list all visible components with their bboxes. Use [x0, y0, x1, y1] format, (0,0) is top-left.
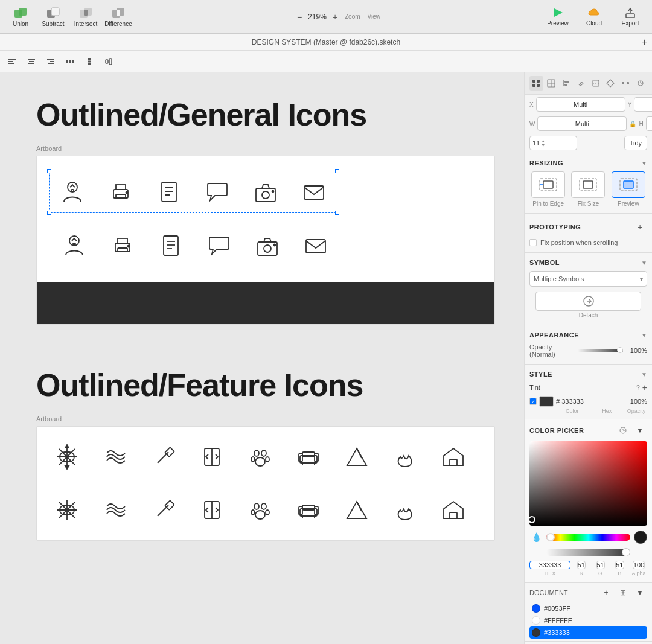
align-left-button[interactable] [4, 53, 21, 70]
g-input-color[interactable]: 51 [596, 561, 605, 569]
doc-colors-add-button[interactable]: + [599, 585, 613, 600]
icon-chat-2[interactable] [201, 228, 237, 264]
icon-mail-2[interactable] [298, 228, 334, 264]
tint-checkbox[interactable]: ✓ [529, 398, 537, 405]
distribute-h-button[interactable] [62, 53, 78, 70]
cloud-button[interactable]: Cloud [577, 3, 611, 31]
prototyping-add-button[interactable]: + [633, 220, 647, 234]
distribute-v-button[interactable] [81, 53, 98, 70]
resize-button[interactable] [100, 53, 117, 70]
hue-slider[interactable] [546, 534, 630, 541]
icon-wavy[interactable] [97, 439, 133, 475]
panel-tab-resize[interactable] [589, 76, 603, 91]
icon-chat[interactable] [199, 174, 235, 210]
icon-wavy-2[interactable] [97, 492, 133, 528]
color-picker-expand-button[interactable]: ▼ [633, 423, 647, 438]
icon-snowflake[interactable] [49, 439, 85, 475]
difference-button[interactable]: Difference [103, 3, 134, 31]
icon-flame[interactable] [387, 439, 423, 475]
icon-printer-2[interactable] [104, 228, 141, 264]
layer-count-up[interactable]: ▲ [541, 139, 545, 143]
icon-triangle-2[interactable] [339, 492, 375, 528]
icon-house[interactable] [435, 439, 471, 475]
artboard-2[interactable] [36, 426, 495, 541]
icon-camera[interactable] [248, 174, 284, 210]
preview-resize-card[interactable]: Preview [610, 171, 647, 207]
intersect-button[interactable]: Intersect [70, 3, 101, 31]
zoom-out-button[interactable]: − [295, 12, 304, 22]
icon-paws-2[interactable] [242, 492, 278, 528]
color-picker-opacity-slider[interactable] [546, 549, 630, 556]
icon-printer[interactable] [103, 174, 139, 210]
panel-tab-more1[interactable] [619, 76, 633, 91]
icon-sofa-2[interactable] [290, 492, 327, 528]
r-input-color[interactable]: 51 [577, 561, 586, 569]
fix-size-card[interactable]: Fix Size [569, 171, 607, 207]
doc-color-3[interactable]: #333333 [529, 626, 647, 639]
icon-hammer[interactable] [145, 439, 182, 475]
symbol-dropdown[interactable]: Multiple Symbols ▾ [529, 271, 647, 287]
add-artboard-button[interactable]: + [642, 37, 647, 48]
icon-sofa[interactable] [290, 439, 327, 475]
artboard-1[interactable] [36, 156, 495, 325]
hue-thumb[interactable] [546, 533, 555, 541]
zoom-in-button[interactable]: + [330, 12, 340, 22]
icon-paws[interactable] [242, 439, 278, 475]
panel-tab-component[interactable] [604, 76, 618, 91]
panel-tab-align[interactable] [559, 76, 573, 91]
lock-ratio-button[interactable]: 🔒 [629, 118, 636, 129]
color-gradient-thumb[interactable] [529, 516, 535, 523]
icon-document[interactable] [151, 174, 187, 210]
tint-add-button[interactable]: + [642, 383, 647, 392]
doc-colors-grid-button[interactable]: ⊞ [616, 585, 630, 600]
union-button[interactable]: Union [5, 3, 36, 31]
icon-panel[interactable] [194, 439, 230, 475]
symbol-header[interactable]: SYMBOL ▼ [525, 257, 652, 269]
prototyping-header[interactable]: PROTOTYPING + [525, 217, 652, 237]
eyedropper-button[interactable]: 💧 [529, 531, 543, 544]
align-right-button[interactable] [42, 53, 59, 70]
style-header[interactable]: STYLE ▼ [525, 368, 652, 380]
doc-color-2[interactable]: #FFFFFF [529, 614, 647, 626]
icon-triangle[interactable] [339, 439, 375, 475]
align-center-button[interactable] [23, 53, 40, 70]
icon-camera-2[interactable] [249, 228, 286, 264]
icon-officer-2[interactable] [56, 228, 92, 264]
icon-panel-2[interactable] [194, 492, 230, 528]
panel-tab-grid[interactable] [545, 76, 558, 91]
export-button[interactable]: Export [613, 3, 647, 31]
canvas[interactable]: Outlined/General Icons Artboard [0, 72, 524, 644]
appearance-header[interactable]: APPEARANCE ▼ [525, 329, 652, 341]
alpha-input[interactable]: 100 [633, 561, 645, 569]
icon-flame-2[interactable] [387, 492, 423, 528]
layer-count-field[interactable]: 11 ▲ ▼ [529, 136, 577, 150]
icon-mail[interactable] [296, 174, 332, 210]
panel-tab-link[interactable] [574, 76, 588, 91]
tidy-button[interactable]: Tidy [624, 136, 647, 150]
w-input[interactable] [537, 116, 627, 131]
color-gradient-canvas[interactable] [529, 441, 647, 526]
color-picker-history-button[interactable] [616, 423, 630, 438]
icon-house-2[interactable] [435, 492, 471, 528]
hex-input[interactable]: 333333 [529, 561, 570, 569]
detach-button[interactable] [535, 292, 642, 311]
fix-position-checkbox[interactable] [529, 239, 537, 246]
pin-to-edge-card[interactable]: Pin to Edge [529, 171, 567, 207]
x-input[interactable] [536, 97, 625, 112]
icon-hammer-2[interactable] [145, 492, 182, 528]
panel-tab-inspect[interactable] [529, 76, 543, 91]
y-input[interactable] [634, 97, 652, 112]
panel-tab-more2[interactable] [633, 76, 647, 91]
layer-count-down[interactable]: ▼ [541, 143, 545, 147]
doc-color-1[interactable]: #0053FF [529, 602, 647, 614]
icon-snowflake-2[interactable] [49, 492, 85, 528]
tint-help-button[interactable]: ? [636, 384, 640, 391]
preview-button[interactable]: Preview [541, 3, 575, 31]
b-input-color[interactable]: 51 [615, 561, 624, 569]
subtract-button[interactable]: Subtract [37, 3, 69, 31]
doc-colors-expand-button[interactable]: ▼ [633, 585, 647, 600]
color-opacity-circle[interactable] [634, 531, 647, 544]
icon-document-2[interactable] [153, 228, 189, 264]
icon-officer[interactable] [54, 174, 91, 210]
resizing-header[interactable]: RESIZING ▼ [525, 157, 652, 169]
